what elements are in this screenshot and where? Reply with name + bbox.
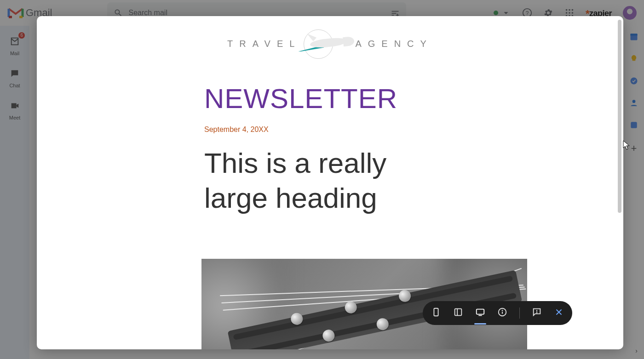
toolbar-divider — [519, 308, 520, 319]
info-icon — [497, 307, 507, 317]
desktop-icon — [475, 307, 485, 317]
preview-modal: TRAVEL AGENCY NEWSLETTER September 4, 20… — [37, 16, 623, 349]
close-button[interactable] — [554, 307, 564, 319]
newsletter-content: NEWSLETTER September 4, 20XX This is a r… — [204, 83, 623, 215]
agency-logo: TRAVEL AGENCY — [37, 23, 623, 64]
close-icon — [554, 307, 564, 317]
info-button[interactable] — [497, 307, 507, 319]
newsletter-heading: This is a really large heading — [204, 146, 397, 215]
svg-point-23 — [502, 310, 503, 311]
svg-point-25 — [537, 313, 537, 313]
cursor-icon — [623, 140, 630, 150]
feedback-icon — [532, 307, 542, 317]
preview-toolbar — [423, 301, 572, 325]
svg-rect-19 — [477, 309, 484, 314]
newsletter-date: September 4, 20XX — [204, 125, 623, 134]
desktop-view-button[interactable] — [475, 307, 485, 319]
tablet-icon — [453, 307, 463, 317]
logo-word-right: AGENCY — [355, 39, 432, 49]
tablet-view-button[interactable] — [453, 307, 463, 319]
scrollbar[interactable] — [618, 20, 621, 213]
svg-rect-17 — [455, 309, 462, 316]
newsletter-title: NEWSLETTER — [204, 83, 623, 114]
mobile-icon — [431, 307, 441, 317]
mobile-view-button[interactable] — [431, 307, 441, 319]
feedback-button[interactable] — [532, 307, 542, 319]
logo-word-left: TRAVEL — [227, 39, 301, 49]
svg-rect-16 — [434, 308, 438, 316]
plane-icon — [298, 28, 358, 60]
